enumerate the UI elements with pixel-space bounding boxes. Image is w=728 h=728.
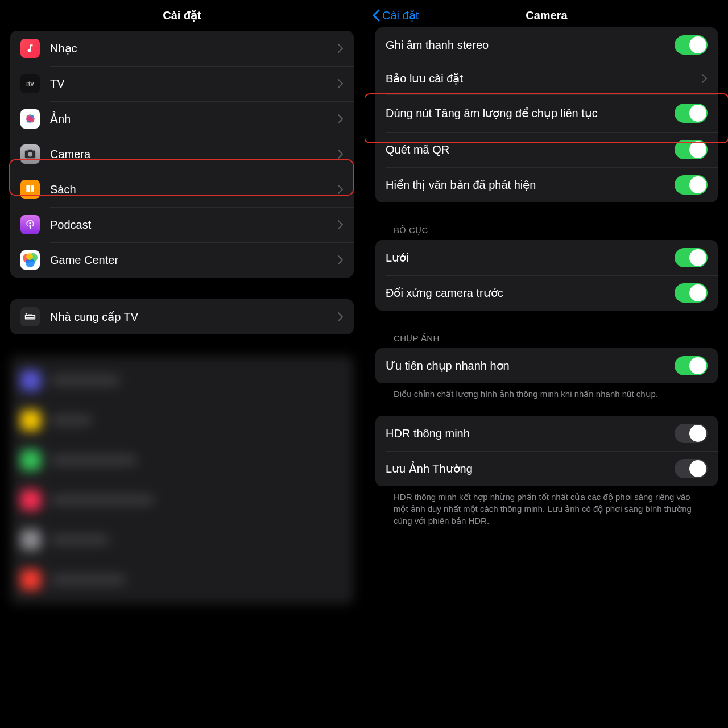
row-smart-hdr[interactable]: HDR thông minh	[375, 416, 718, 451]
row-label: TV	[50, 76, 338, 91]
footer-capture1: Điều chỉnh chất lượng hình ảnh thông min…	[375, 383, 718, 400]
row-camera[interactable]: Camera	[10, 136, 354, 172]
row-label: Đối xứng camera trước	[386, 286, 675, 300]
section-header-layout: BỐ CỤC	[375, 225, 718, 240]
gamecenter-icon	[20, 250, 40, 270]
row-books[interactable]: Sách	[10, 172, 354, 207]
chevron-right-icon	[338, 114, 344, 123]
row-mirror-front[interactable]: Đối xứng camera trước	[375, 275, 718, 311]
row-label: Dùng nút Tăng âm lượng để chụp liên tục	[386, 106, 675, 121]
row-stereo-sound[interactable]: Ghi âm thanh stereo	[375, 27, 718, 63]
footer-capture2: HDR thông minh kết hợp những phần tốt nh…	[375, 486, 718, 527]
chevron-right-icon	[338, 220, 344, 229]
books-icon	[20, 180, 40, 199]
chevron-right-icon	[338, 150, 344, 159]
settings-root-panel: Cài đặt Nhạc tv TV	[0, 0, 364, 728]
settings-group-media: Nhạc tv TV	[10, 31, 354, 278]
toggle-stereo-sound[interactable]	[675, 35, 708, 55]
back-button[interactable]: Cài đặt	[372, 9, 419, 22]
row-preserve-settings[interactable]: Bảo lưu cài đặt	[375, 63, 718, 94]
podcast-icon	[20, 215, 40, 234]
row-detect-text[interactable]: Hiển thị văn bản đã phát hiện	[375, 167, 718, 202]
camera-icon	[20, 144, 40, 164]
row-label: Bảo lưu cài đặt	[386, 71, 702, 86]
row-label: Ảnh	[50, 111, 338, 126]
row-label: Game Center	[50, 253, 338, 267]
row-photos[interactable]: Ảnh	[10, 101, 354, 136]
camera-settings-list: Ghi âm thanh stereo Bảo lưu cài đặt Dùng…	[365, 27, 728, 527]
row-music[interactable]: Nhạc	[10, 31, 354, 66]
chevron-right-icon	[338, 79, 344, 88]
svg-point-12	[26, 253, 33, 260]
camera-settings-panel: Cài đặt Camera Ghi âm thanh stereo Bảo l…	[364, 0, 728, 728]
row-label: Ưu tiên chụp nhanh hơn	[386, 358, 675, 373]
row-volume-burst[interactable]: Dùng nút Tăng âm lượng để chụp liên tục	[375, 94, 718, 132]
tv-icon: tv	[20, 74, 40, 93]
row-prioritize-faster[interactable]: Ưu tiên chụp nhanh hơn	[375, 348, 718, 383]
chevron-right-icon	[338, 185, 344, 194]
group-layout: Lưới Đối xứng camera trước	[375, 240, 718, 311]
settings-group-blurred	[10, 356, 354, 604]
row-keep-normal[interactable]: Lưu Ảnh Thường	[375, 451, 718, 486]
section-header-capture: CHỤP ẢNH	[375, 333, 718, 348]
row-label: Nhạc	[50, 41, 338, 56]
back-label: Cài đặt	[382, 9, 419, 22]
group-capture-priority: Ưu tiên chụp nhanh hơn	[375, 348, 718, 383]
chevron-right-icon	[338, 312, 344, 321]
row-gamecenter[interactable]: Game Center	[10, 242, 354, 278]
music-icon	[20, 39, 40, 58]
page-title: Camera	[526, 9, 567, 22]
group-recording: Ghi âm thanh stereo Bảo lưu cài đặt Dùng…	[375, 27, 718, 202]
row-label: Podcast	[50, 217, 338, 232]
tvprovider-icon	[20, 307, 40, 326]
row-tv[interactable]: tv TV	[10, 66, 354, 101]
toggle-prioritize-faster[interactable]	[675, 356, 708, 375]
row-label: Sách	[50, 182, 338, 197]
photos-icon	[20, 109, 40, 129]
row-tvprovider[interactable]: Nhà cung cấp TV	[10, 299, 354, 334]
chevron-left-icon	[372, 9, 380, 22]
toggle-smart-hdr[interactable]	[675, 424, 708, 443]
row-label: Hiển thị văn bản đã phát hiện	[386, 177, 675, 192]
settings-group-tvprovider: Nhà cung cấp TV	[10, 299, 354, 334]
chevron-right-icon	[338, 44, 344, 53]
row-label: Nhà cung cấp TV	[50, 309, 338, 324]
group-hdr: HDR thông minh Lưu Ảnh Thường	[375, 416, 718, 486]
row-label: Ghi âm thanh stereo	[386, 38, 675, 52]
row-podcast[interactable]: Podcast	[10, 207, 354, 242]
toggle-detect-text[interactable]	[675, 175, 708, 195]
row-label: Lưới	[386, 250, 675, 265]
row-label: Quét mã QR	[386, 142, 675, 157]
chevron-right-icon	[338, 255, 344, 264]
header: Cài đặt	[0, 0, 364, 31]
toggle-mirror-front[interactable]	[675, 283, 708, 303]
row-scan-qr[interactable]: Quét mã QR	[375, 132, 718, 167]
chevron-right-icon	[702, 74, 708, 83]
toggle-scan-qr[interactable]	[675, 140, 708, 159]
row-label: HDR thông minh	[386, 426, 675, 441]
toggle-grid[interactable]	[675, 248, 708, 267]
row-grid[interactable]: Lưới	[375, 240, 718, 275]
toggle-volume-burst[interactable]	[675, 104, 708, 123]
settings-list: Nhạc tv TV	[0, 31, 364, 604]
row-label: Camera	[50, 147, 338, 162]
page-title: Cài đặt	[163, 9, 201, 22]
header: Cài đặt Camera	[365, 0, 728, 31]
row-label: Lưu Ảnh Thường	[386, 461, 675, 476]
toggle-keep-normal[interactable]	[675, 459, 708, 478]
svg-point-8	[29, 222, 31, 224]
